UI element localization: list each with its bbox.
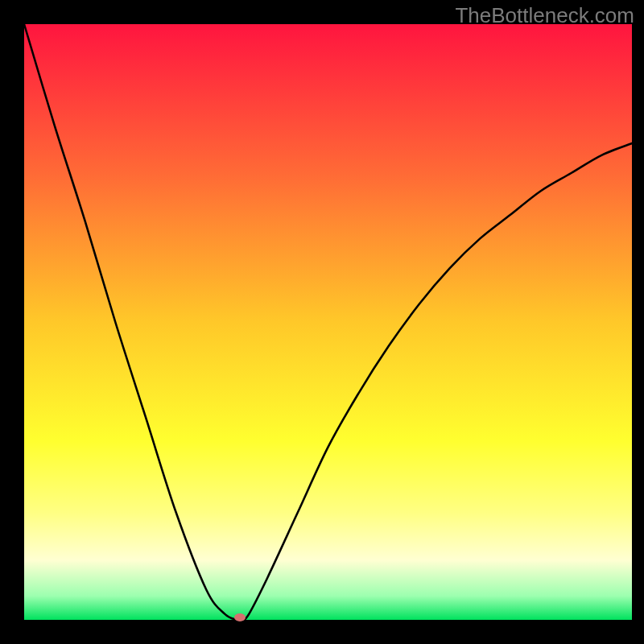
- chart-frame: { "watermark": "TheBottleneck.com", "cha…: [0, 0, 644, 644]
- minimum-marker: [234, 613, 246, 621]
- watermark-text: TheBottleneck.com: [455, 3, 634, 28]
- bottleneck-chart: [0, 0, 644, 644]
